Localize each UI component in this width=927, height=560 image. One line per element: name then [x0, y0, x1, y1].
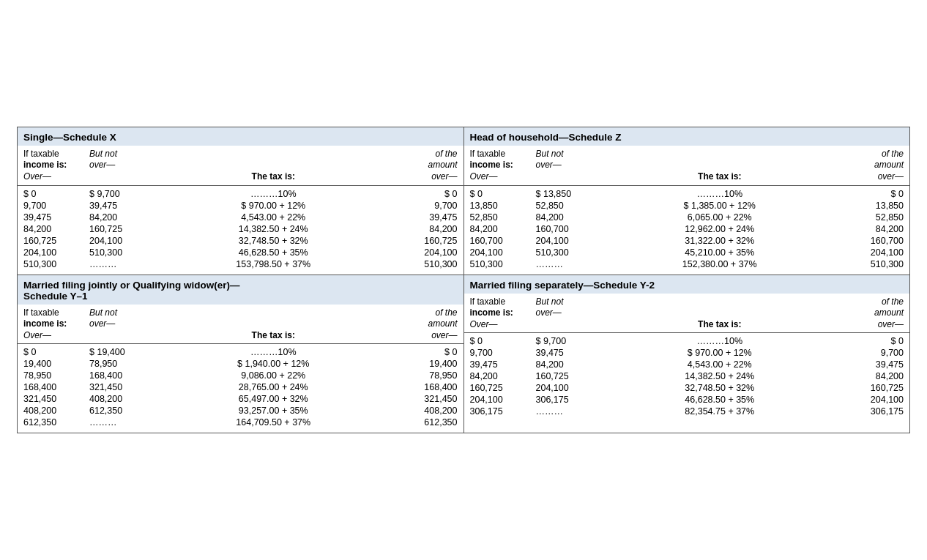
table-row: 13,85052,850$ 1,385.00 + 12%13,850 — [470, 200, 904, 212]
of-the-cell: 78,950 — [392, 370, 458, 381]
of-the-cell: 160,725 — [838, 383, 904, 393]
tax-cell: 9,086.00 + 22% — [155, 370, 392, 381]
single-col3-line1: The tax is: — [252, 171, 295, 182]
mj-col4-line1: of the — [435, 307, 457, 318]
ms-col4-line3: over— — [878, 319, 904, 329]
but-not-cell: 39,475 — [89, 201, 155, 211]
tax-cell: 65,497.00 + 32% — [155, 394, 392, 404]
but-not-cell: ……… — [89, 417, 155, 428]
of-the-cell: 612,350 — [392, 417, 458, 428]
of-the-cell: 39,475 — [838, 359, 904, 370]
single-col2-header: But not over— — [89, 149, 155, 183]
but-not-cell: $ 9,700 — [536, 336, 602, 346]
over-cell: 39,475 — [23, 212, 89, 223]
over-cell: 204,100 — [23, 247, 89, 258]
over-cell: 168,400 — [23, 382, 89, 392]
ms-col1-header: If taxable income is: Over— — [470, 296, 536, 331]
of-the-cell: 168,400 — [392, 382, 458, 392]
over-cell: 84,200 — [470, 224, 536, 234]
ms-col2-line2: over— — [536, 307, 562, 318]
tax-cell: 4,543.00 + 22% — [155, 212, 392, 223]
head-col1-line2: income is: — [470, 160, 513, 170]
tax-schedule-table: Single—Schedule X If taxable income is: … — [17, 127, 910, 434]
married-jointly-title: Married filing jointly or Qualifying wid… — [18, 275, 464, 305]
but-not-cell: $ 9,700 — [89, 189, 155, 199]
single-col2-line1: But not — [89, 149, 117, 159]
over-cell: 19,400 — [23, 359, 89, 369]
but-not-cell: ……… — [89, 259, 155, 269]
over-cell: 52,850 — [470, 212, 536, 223]
mj-col4-line2: amount — [428, 318, 457, 329]
tax-cell: $ 1,385.00 + 12% — [602, 201, 838, 211]
tax-cell: 82,354.75 + 37% — [602, 406, 838, 417]
over-cell: 612,350 — [23, 417, 89, 428]
over-cell: 39,475 — [470, 359, 536, 370]
tax-cell: $ 970.00 + 12% — [602, 348, 838, 358]
table-row: 612,350………164,709.50 + 37%612,350 — [23, 417, 458, 428]
mj-divider — [18, 343, 464, 344]
table-row: $ 0$ 19,400………10%$ 0 — [23, 346, 458, 358]
tax-cell: 12,962.00 + 24% — [602, 224, 838, 234]
ms-col2-line1: But not — [536, 296, 564, 307]
over-cell: 160,725 — [470, 383, 536, 393]
head-col1-header: If taxable income is: Over— — [470, 149, 536, 183]
single-col4-line2: amount — [428, 160, 457, 170]
over-cell: 13,850 — [470, 201, 536, 211]
table-row: $ 0$ 9,700………10%$ 0 — [23, 188, 458, 200]
table-row: 168,400321,45028,765.00 + 24%168,400 — [23, 381, 458, 393]
tax-cell: 164,709.50 + 37% — [155, 417, 392, 428]
ms-col1-line3: Over— — [470, 319, 498, 329]
married-separately-title: Married filing separately—Schedule Y-2 — [464, 275, 910, 294]
ms-col3-line1: The tax is: — [698, 319, 741, 329]
of-the-cell: $ 0 — [838, 189, 904, 199]
of-the-cell: 204,100 — [838, 395, 904, 405]
ms-divider — [464, 332, 910, 333]
but-not-cell: 39,475 — [536, 348, 602, 358]
but-not-cell: 84,200 — [89, 212, 155, 223]
over-cell: 160,725 — [23, 236, 89, 246]
mj-col1-line3: Over— — [23, 330, 51, 340]
married-separately-section: Married filing separately—Schedule Y-2 I… — [464, 275, 910, 433]
but-not-cell: ……… — [536, 259, 602, 269]
table-row: 306,175………82,354.75 + 37%306,175 — [470, 406, 904, 417]
mj-col4-header: of the amount over— — [392, 307, 458, 342]
of-the-cell: $ 0 — [392, 189, 458, 199]
of-the-cell: 39,475 — [392, 212, 458, 223]
table-row: 204,100510,30046,628.50 + 35%204,100 — [23, 247, 458, 258]
of-the-cell: $ 0 — [838, 336, 904, 346]
head-col4-line2: amount — [874, 160, 904, 170]
but-not-cell: $ 13,850 — [536, 189, 602, 199]
but-not-cell: 84,200 — [536, 212, 602, 223]
table-row: 52,85084,2006,065.00 + 22%52,850 — [470, 212, 904, 223]
over-cell: 84,200 — [23, 224, 89, 234]
of-the-cell: 19,400 — [392, 359, 458, 369]
head-col2-line2: over— — [536, 160, 562, 170]
tax-cell: 28,765.00 + 24% — [155, 382, 392, 392]
tax-cell: 93,257.00 + 35% — [155, 406, 392, 416]
ms-col4-line1: of the — [882, 296, 904, 307]
tax-cell: 32,748.50 + 32% — [155, 236, 392, 246]
of-the-cell: 160,725 — [392, 236, 458, 246]
mj-col1-line2: income is: — [23, 318, 67, 329]
but-not-cell: 612,350 — [89, 406, 155, 416]
single-title: Single—Schedule X — [18, 127, 464, 146]
table-row: 204,100306,17546,628.50 + 35%204,100 — [470, 394, 904, 406]
head-divider — [464, 185, 910, 186]
married-jointly-section: Married filing jointly or Qualifying wid… — [18, 275, 464, 433]
table-row: 160,725204,10032,748.50 + 32%160,725 — [23, 235, 458, 247]
ms-col1-line2: income is: — [470, 307, 513, 318]
but-not-cell: 160,725 — [89, 224, 155, 234]
over-cell: 9,700 — [23, 201, 89, 211]
tax-cell: $ 970.00 + 12% — [155, 201, 392, 211]
table-row: 408,200612,35093,257.00 + 35%408,200 — [23, 405, 458, 417]
head-col1-line3: Over— — [470, 171, 498, 182]
over-cell: $ 0 — [23, 347, 89, 357]
but-not-cell: 160,725 — [536, 371, 602, 381]
of-the-cell: 84,200 — [392, 224, 458, 234]
head-title: Head of household—Schedule Z — [464, 127, 910, 146]
of-the-cell: 9,700 — [392, 201, 458, 211]
tax-cell: 46,628.50 + 35% — [155, 247, 392, 258]
over-cell: $ 0 — [23, 189, 89, 199]
of-the-cell: 13,850 — [838, 201, 904, 211]
single-col1-line1: If taxable — [23, 149, 59, 159]
